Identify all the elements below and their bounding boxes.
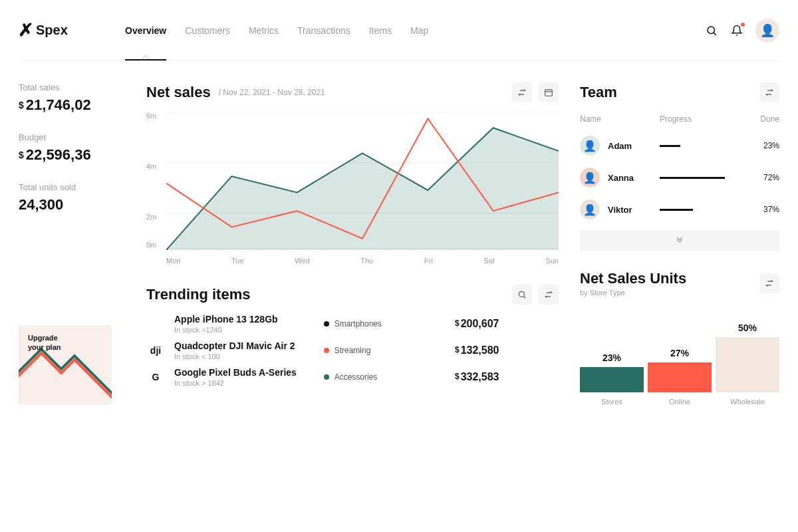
- product-logo-icon: G: [146, 368, 165, 386]
- stock-text: In stock > 1842: [174, 379, 297, 387]
- stat-label: Total units sold: [19, 182, 125, 192]
- bar-label: Stores: [580, 398, 644, 406]
- product-logo-icon: dji: [146, 341, 165, 360]
- stat-label: Total sales: [19, 82, 125, 92]
- col-name: Name: [580, 114, 660, 124]
- tab-map[interactable]: Map: [410, 20, 428, 41]
- units-title: Net Sales Units: [580, 270, 686, 287]
- bar: 27%: [648, 348, 712, 392]
- upgrade-plan-card[interactable]: Upgradeyour plan: [19, 325, 112, 405]
- col-progress: Progress: [660, 114, 750, 124]
- y-tick: 4m: [146, 162, 156, 170]
- svg-rect-2: [545, 90, 553, 96]
- team-title: Team: [580, 84, 617, 101]
- svg-point-4: [519, 291, 524, 297]
- summary-stats: Total sales $21,746,02 Budget $22,596,36…: [19, 82, 125, 406]
- logo[interactable]: ✗ Spex: [19, 20, 125, 41]
- done-value: 37%: [750, 205, 779, 214]
- x-tick: Thu: [360, 257, 373, 265]
- price: $132,580: [455, 344, 559, 356]
- nav-tabs: Overview Customers Metrics Transactions …: [125, 20, 705, 41]
- x-tick: Mon: [166, 257, 180, 265]
- logo-icon: ✗: [18, 20, 34, 41]
- price: $332,583: [455, 371, 559, 383]
- brand-name: Spex: [36, 23, 68, 38]
- stock-text: In stock >1240: [174, 326, 278, 334]
- avatar: 👤: [580, 136, 600, 156]
- team-row[interactable]: 👤Xanna72%: [580, 168, 779, 188]
- stat-label: Budget: [19, 132, 125, 142]
- bar-pct: 27%: [648, 348, 712, 358]
- team-row[interactable]: 👤Viktor37%: [580, 200, 779, 219]
- tab-items[interactable]: Items: [369, 20, 392, 41]
- done-value: 23%: [750, 141, 779, 150]
- net-sales-chart: 6m 4m 2m 0m MonTueWedThuFriSatSun: [146, 112, 559, 265]
- x-tick: Wed: [295, 257, 309, 265]
- stat-total-sales: Total sales $21,746,02: [19, 82, 125, 114]
- header: ✗ Spex Overview Customers Metrics Transa…: [19, 0, 779, 61]
- category-tag: Accessories: [324, 372, 439, 382]
- filter-icon[interactable]: [759, 273, 779, 293]
- calendar-icon[interactable]: [539, 82, 559, 102]
- tab-customers[interactable]: Customers: [185, 20, 230, 41]
- member-name: Viktor: [608, 205, 660, 215]
- notifications-icon[interactable]: [730, 24, 743, 37]
- x-tick: Sun: [545, 257, 559, 265]
- expand-team-button[interactable]: [580, 230, 779, 251]
- x-tick: Sat: [483, 257, 495, 265]
- stock-text: In stock < 100: [174, 352, 295, 360]
- trending-section: Trending items Apple iPhone 13 128GbIn s…: [146, 285, 559, 387]
- bar: 50%: [716, 323, 779, 392]
- bar: 23%: [580, 352, 644, 392]
- team-row[interactable]: 👤Adam23%: [580, 136, 779, 156]
- price: $200,607: [455, 318, 559, 330]
- search-icon[interactable]: [705, 24, 718, 37]
- product-name: Google Pixel Buds A-Series: [174, 367, 297, 378]
- net-sales-units-section: Net Sales Units by Store Type 23%27%50% …: [580, 270, 779, 406]
- tab-metrics[interactable]: Metrics: [249, 20, 279, 41]
- product-logo-icon: [146, 315, 165, 333]
- category-tag: Streaming: [324, 346, 439, 355]
- stat-units-sold: Total units sold 24,300: [19, 182, 125, 213]
- svg-point-0: [708, 27, 715, 34]
- svg-line-5: [524, 297, 526, 299]
- member-name: Adam: [608, 141, 660, 151]
- x-tick: Fri: [424, 257, 433, 265]
- progress-bar: [660, 145, 750, 146]
- date-range[interactable]: Nov 22, 2021 - Nov 28, 2021: [223, 88, 325, 97]
- filter-icon[interactable]: [759, 82, 779, 102]
- net-sales-title: Net sales: [146, 84, 211, 101]
- product-name: Quadcopter DJI Mavic Air 2: [174, 340, 295, 351]
- product-name: Apple iPhone 13 128Gb: [174, 314, 278, 325]
- trending-item[interactable]: Apple iPhone 13 128GbIn stock >1240: [146, 314, 308, 334]
- member-name: Xanna: [608, 173, 660, 183]
- tab-transactions[interactable]: Transactions: [297, 20, 350, 41]
- trending-item[interactable]: djiQuadcopter DJI Mavic Air 2In stock < …: [146, 340, 308, 360]
- trending-title: Trending items: [146, 286, 250, 303]
- main-panel: Net sales / Nov 22, 2021 - Nov 28, 2021 …: [146, 82, 559, 406]
- swap-icon[interactable]: [512, 82, 532, 102]
- bar-label: Online: [648, 398, 712, 406]
- tab-overview[interactable]: Overview: [125, 20, 166, 41]
- svg-line-1: [714, 33, 716, 35]
- x-tick: Tue: [231, 257, 244, 265]
- done-value: 72%: [750, 173, 779, 182]
- bar-label: Wholesale: [716, 398, 779, 406]
- filter-icon[interactable]: [539, 285, 559, 305]
- avatar: 👤: [580, 168, 600, 188]
- search-icon[interactable]: [512, 285, 532, 305]
- avatar: 👤: [580, 200, 600, 219]
- col-done: Done: [750, 114, 779, 124]
- team-section: Team Name Progress Done 👤Adam23%👤Xanna72…: [580, 82, 779, 251]
- bar-pct: 50%: [716, 323, 779, 333]
- y-tick: 2m: [146, 213, 156, 221]
- stat-budget: Budget $22,596,36: [19, 132, 125, 164]
- user-avatar[interactable]: 👤: [755, 19, 779, 43]
- progress-bar: [660, 209, 750, 210]
- units-subtitle: by Store Type: [580, 289, 686, 297]
- y-tick: 0m: [146, 241, 156, 249]
- trending-item[interactable]: GGoogle Pixel Buds A-SeriesIn stock > 18…: [146, 367, 308, 387]
- category-tag: Smartphones: [324, 319, 439, 329]
- y-tick: 6m: [146, 112, 156, 120]
- bar-pct: 23%: [580, 352, 644, 363]
